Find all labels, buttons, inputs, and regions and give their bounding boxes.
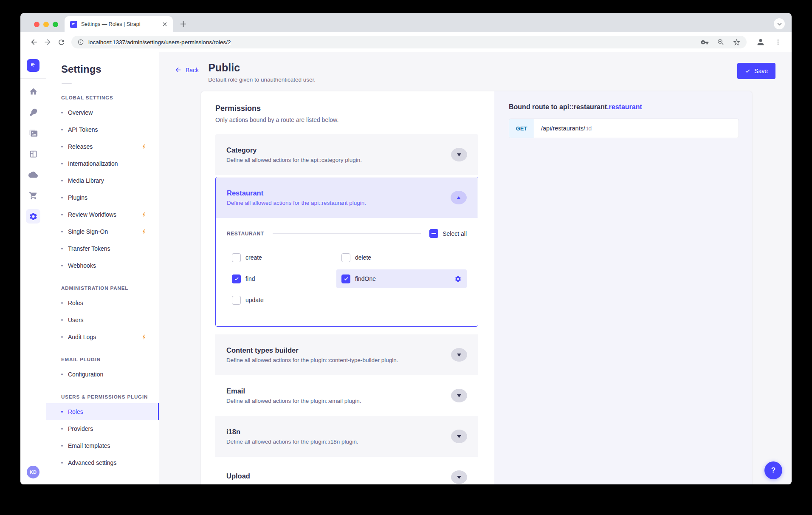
accordion-upload[interactable]: Upload: [215, 457, 478, 484]
browser-tab-strip: Settings — Roles | Strapi: [20, 13, 792, 32]
group-label: RESTAURANT: [227, 231, 264, 237]
bound-route-title: Bound route to api::restaurant.restauran…: [509, 103, 739, 111]
accordion-category[interactable]: Category Define all allowed actions for …: [215, 134, 478, 175]
update-checkbox[interactable]: [232, 296, 241, 305]
bullet-icon: [61, 248, 63, 249]
accordion-content-types-builder[interactable]: Content types builder Define all allowed…: [215, 334, 478, 375]
toolbar-right: [756, 37, 781, 47]
advanced-settings-gear-icon[interactable]: [454, 275, 462, 283]
bullet-icon: [61, 180, 63, 181]
chevron-down-icon[interactable]: [451, 348, 467, 362]
sidebar-item-internationalization[interactable]: Internationalization: [46, 155, 159, 172]
browser-tab[interactable]: Settings — Roles | Strapi: [65, 16, 173, 32]
accordion-restaurant-expanded: Restaurant Define all allowed actions fo…: [215, 177, 478, 327]
home-icon[interactable]: [26, 84, 40, 99]
new-tab-button[interactable]: [177, 18, 189, 30]
tab-close-icon[interactable]: [161, 20, 169, 28]
sidebar-item-admin-roles[interactable]: Roles: [46, 294, 159, 311]
strapi-app: KD Settings GLOBAL SETTINGS Overview API…: [20, 52, 792, 484]
accordion-stack: Category Define all allowed actions for …: [215, 134, 478, 484]
close-window-button[interactable]: [34, 22, 39, 27]
reload-icon[interactable]: [54, 35, 68, 49]
sidebar-item-advanced-settings[interactable]: Advanced settings: [46, 454, 159, 471]
chevron-down-icon[interactable]: [451, 389, 467, 402]
url-text[interactable]: localhost:1337/admin/settings/users-perm…: [88, 39, 701, 45]
browser-menu-dots-icon[interactable]: [775, 39, 781, 45]
chevron-up-icon[interactable]: [451, 191, 467, 204]
bullet-icon: [61, 163, 63, 164]
select-all-checkbox[interactable]: [429, 229, 438, 238]
restaurant-group-row: RESTAURANT Select all: [227, 229, 467, 238]
sidebar-item-admin-users[interactable]: Users: [46, 311, 159, 328]
sidebar-item-providers[interactable]: Providers: [46, 420, 159, 437]
bullet-icon: [61, 428, 63, 430]
sidebar-item-single-sign-on[interactable]: Single Sign-On: [46, 223, 159, 240]
content-manager-feather-icon[interactable]: [26, 105, 40, 119]
back-link[interactable]: Back: [175, 66, 199, 74]
sidebar-item-review-workflows[interactable]: Review Workflows: [46, 206, 159, 223]
deploy-cloud-icon[interactable]: [26, 167, 40, 182]
help-button[interactable]: ?: [764, 461, 782, 479]
select-all-control[interactable]: Select all: [429, 229, 467, 238]
zoom-page-icon[interactable]: [717, 38, 725, 46]
sidebar-item-transfer-tokens[interactable]: Transfer Tokens: [46, 240, 159, 257]
sidebar-item-email-configuration[interactable]: Configuration: [46, 366, 159, 383]
accordion-email[interactable]: Email Define all allowed actions for the…: [215, 375, 478, 416]
find-checkbox[interactable]: [232, 274, 241, 283]
sidebar-item-plugins[interactable]: Plugins: [46, 189, 159, 206]
sidebar-item-media-library[interactable]: Media Library: [46, 172, 159, 189]
bullet-icon: [61, 146, 63, 147]
save-button[interactable]: Save: [737, 63, 775, 79]
bullet-icon: [61, 462, 63, 464]
permissions-column: Permissions Only actions bound by a rout…: [201, 91, 494, 484]
create-checkbox[interactable]: [232, 253, 241, 262]
sidebar-item-releases[interactable]: Releases: [46, 138, 159, 155]
findone-checkbox[interactable]: [341, 274, 350, 283]
chevron-down-icon[interactable]: [451, 148, 467, 161]
sidebar-item-webhooks[interactable]: Webhooks: [46, 257, 159, 274]
user-avatar[interactable]: KD: [27, 466, 39, 478]
sidebar-item-api-tokens[interactable]: API Tokens: [46, 121, 159, 138]
password-key-icon[interactable]: [701, 38, 709, 46]
sidebar-item-audit-logs[interactable]: Audit Logs: [46, 328, 159, 345]
forward-icon[interactable]: [41, 35, 54, 49]
url-bar[interactable]: localhost:1337/admin/settings/users-perm…: [71, 36, 747, 48]
marketplace-cart-icon[interactable]: [26, 188, 40, 203]
http-method-badge: GET: [509, 119, 534, 138]
settings-gear-icon[interactable]: [26, 209, 40, 224]
restaurant-permissions-body: RESTAURANT Select all: [216, 218, 478, 326]
accordion-i18n[interactable]: i18n Define all allowed actions for the …: [215, 416, 478, 457]
minimize-window-button[interactable]: [43, 22, 49, 27]
section-label-email-plugin: EMAIL PLUGIN: [46, 357, 159, 362]
bullet-icon: [61, 112, 63, 113]
bound-route-highlight: .restaurant: [607, 103, 642, 110]
lightning-badge-icon: [141, 229, 147, 235]
lightning-badge-icon: [141, 144, 147, 150]
delete-checkbox[interactable]: [341, 253, 350, 262]
permission-findone: findOne: [336, 269, 467, 288]
bookmark-star-icon[interactable]: [733, 38, 741, 46]
route-endpoint: GET /api/restaurants/:id: [509, 119, 739, 138]
subnav-divider: [62, 83, 72, 84]
chevron-down-icon[interactable]: [451, 470, 467, 484]
title-block: Public Default role given to unauthentic…: [208, 62, 316, 83]
back-icon[interactable]: [27, 35, 41, 49]
chevron-down-icon[interactable]: [451, 430, 467, 443]
route-param: :id: [585, 125, 592, 132]
profile-avatar-icon[interactable]: [756, 37, 765, 47]
bullet-icon: [61, 336, 63, 338]
section-label-users-permissions-plugin: USERS & PERMISSIONS PLUGIN: [46, 394, 159, 399]
sidebar-item-up-roles[interactable]: Roles: [46, 403, 159, 420]
content-type-builder-icon[interactable]: [26, 147, 40, 161]
sidebar-item-overview[interactable]: Overview: [46, 104, 159, 121]
tab-search-chevron-icon[interactable]: [774, 18, 785, 29]
site-info-icon[interactable]: [77, 39, 84, 45]
accordion-restaurant-header[interactable]: Restaurant Define all allowed actions fo…: [216, 177, 478, 218]
window-controls: [34, 22, 58, 27]
sidebar-item-email-templates[interactable]: Email templates: [46, 437, 159, 454]
strapi-logo-icon[interactable]: [27, 59, 39, 72]
main-content: Back Public Default role given to unauth…: [159, 52, 792, 484]
page-title: Public: [208, 62, 316, 74]
media-library-icon[interactable]: [26, 126, 40, 140]
zoom-window-button[interactable]: [53, 22, 58, 27]
